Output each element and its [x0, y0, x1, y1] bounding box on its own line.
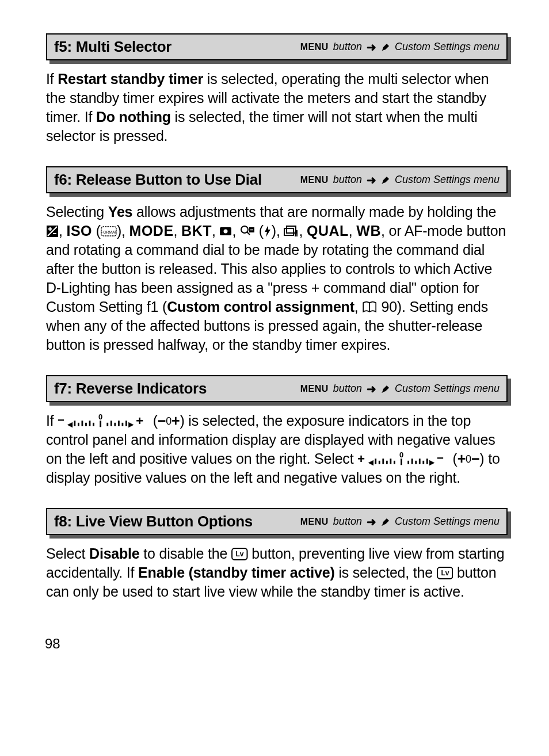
metering-icon [219, 223, 232, 236]
menu-target-label: Custom Settings menu [395, 41, 500, 53]
svg-marker-58 [382, 525, 383, 526]
svg-text:0: 0 [98, 413, 102, 421]
lv-button-icon: Lv [231, 546, 248, 559]
body-f6: Selecting Yes allows adjustments that ar… [46, 203, 508, 354]
svg-rect-17 [296, 230, 298, 236]
svg-rect-14 [284, 228, 293, 235]
svg-text:−: − [58, 413, 64, 426]
arrow-right-icon: ➜ [367, 382, 376, 396]
arrow-right-icon: ➜ [367, 515, 376, 529]
svg-marker-57 [382, 518, 389, 525]
svg-marker-22 [67, 422, 73, 427]
svg-text:Lv: Lv [235, 550, 243, 558]
svg-marker-1 [382, 51, 383, 51]
indicator-minus-plus-icon: − 0 + [58, 413, 149, 429]
svg-text:0: 0 [399, 451, 403, 459]
section-header-f5: f5: Multi Selector MENU button ➜ Custom … [46, 33, 508, 60]
section-header-f8: f8: Live View Button Options MENU button… [46, 508, 508, 535]
lv-button-icon: Lv [437, 565, 453, 578]
menu-button-label: MENU [300, 42, 329, 52]
svg-text:+: + [357, 452, 365, 466]
section-header-f7: f7: Reverse Indicators MENU button ➜ Cus… [46, 375, 508, 402]
svg-rect-15 [287, 226, 296, 233]
page-number: 98 [45, 636, 508, 652]
svg-marker-20 [382, 392, 383, 393]
pencil-icon [381, 43, 390, 52]
indicator-plus-minus-icon: + 0 − [357, 451, 449, 467]
section-right-f6: MENU button ➜ Custom Settings menu [300, 173, 500, 187]
svg-text:FORMAT: FORMAT [101, 230, 117, 234]
svg-marker-13 [265, 226, 270, 237]
flash-icon [264, 223, 272, 236]
section-title-f6: f6: Release Button to Use Dial [54, 171, 262, 189]
book-page-icon [362, 299, 377, 312]
svg-marker-19 [382, 385, 389, 392]
pencil-icon [381, 384, 390, 394]
arrow-right-icon: ➜ [367, 173, 376, 187]
section-title-f7: f7: Reverse Indicators [54, 380, 207, 398]
release-mode-icon [284, 223, 299, 236]
svg-marker-37 [128, 422, 134, 427]
zoom-out-icon [240, 223, 255, 236]
section-title-f8: f8: Live View Button Options [54, 513, 253, 530]
section-title-f5: f5: Multi Selector [54, 38, 171, 56]
svg-text:Lv: Lv [441, 569, 449, 577]
svg-text:−: − [437, 451, 444, 464]
body-f8: Select Disable to disable the Lv button,… [46, 544, 508, 601]
section-right-f8: MENU button ➜ Custom Settings menu [300, 515, 500, 529]
svg-rect-16 [295, 231, 296, 236]
svg-marker-3 [382, 184, 383, 184]
body-f7: If − 0 + (−0+) is selected, the exposure… [46, 411, 508, 487]
svg-marker-0 [382, 44, 389, 51]
svg-text:+: + [136, 414, 144, 428]
arrow-right-icon: ➜ [367, 40, 376, 54]
svg-marker-40 [368, 460, 373, 465]
body-f5: If Restart standby timer is selected, op… [46, 70, 508, 146]
section-header-f6: f6: Release Button to Use Dial MENU butt… [46, 166, 508, 193]
pencil-icon [381, 175, 390, 185]
exposure-comp-icon [46, 223, 59, 236]
format-icon: FORMAT [101, 223, 117, 236]
section-right-f7: MENU button ➜ Custom Settings menu [300, 382, 500, 396]
pencil-icon [381, 517, 390, 526]
svg-marker-55 [429, 460, 434, 465]
svg-marker-2 [382, 177, 389, 184]
svg-point-8 [224, 230, 228, 234]
section-right-f5: MENU button ➜ Custom Settings menu [300, 40, 500, 54]
button-word: button [333, 41, 362, 53]
